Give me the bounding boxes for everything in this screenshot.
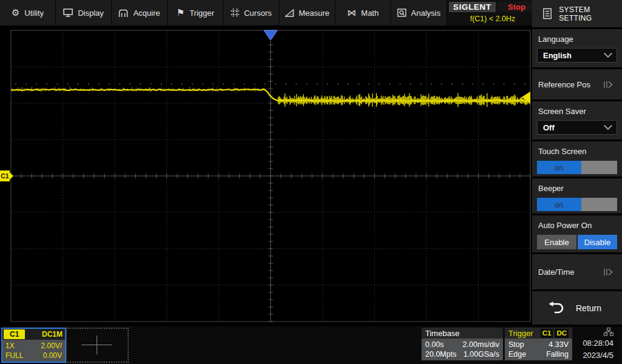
- trigger-status: Stop: [508, 340, 524, 349]
- trigger-title: Trigger: [508, 329, 533, 338]
- screen-saver-value: Off: [543, 123, 555, 132]
- channel-coupling: DC1M: [42, 330, 63, 339]
- math-icon: ⋈: [347, 8, 357, 18]
- trigger-source: C1: [541, 329, 553, 338]
- trigger-descriptor[interactable]: Trigger C1 DC Stop 4.33V Edge Falling: [505, 328, 572, 360]
- menu-items: ⚙UtilityDisplayAcquire⚑TriggerCursorsMea…: [0, 0, 447, 25]
- expand-right-icon: [603, 268, 613, 276]
- reference-pos-panel[interactable]: Reference Pos: [532, 69, 622, 99]
- menu-item-label: Display: [78, 8, 104, 18]
- trigger-level: 4.33V: [549, 340, 569, 349]
- screen-saver-dropdown[interactable]: Off: [537, 120, 617, 135]
- system-setting-sidebar: SYSTEM SETTING Language English Referenc…: [532, 0, 622, 326]
- touch-screen-panel: Touch Screen on: [532, 141, 622, 177]
- reference-pos-label: Reference Pos: [538, 80, 590, 89]
- waveform-plot[interactable]: C1: [0, 25, 531, 326]
- sidebar-title: SYSTEM SETTING: [559, 5, 622, 22]
- timebase-sample-rate: 1.00GSa/s: [463, 350, 499, 359]
- enable-button[interactable]: Enable: [537, 235, 576, 249]
- channel-c1-level-marker[interactable]: C1: [0, 170, 13, 181]
- toggle-on-segment[interactable]: on: [537, 198, 581, 211]
- toggle-off-segment[interactable]: [581, 161, 617, 174]
- touch-screen-label: Touch Screen: [538, 147, 587, 156]
- screen-saver-panel: Screen Saver Off: [532, 101, 622, 140]
- auto-power-on-label: Auto Power On: [538, 221, 592, 230]
- trigger-frequency-readout: f(C1) < 2.0Hz: [447, 13, 538, 24]
- date-time-panel[interactable]: Date/Time: [532, 254, 622, 289]
- return-arrow-icon: [548, 302, 564, 315]
- brand-status-area: SIGLENT Stop f(C1) < 2.0Hz: [447, 0, 538, 25]
- menu-item-math[interactable]: ⋈Math: [335, 0, 391, 25]
- acquire-icon: [118, 9, 128, 17]
- channel-c1-descriptor[interactable]: C1 DC1M 1X 2.00V/ FULL 0.00V: [1, 328, 66, 363]
- disable-button[interactable]: Disable: [578, 235, 617, 249]
- top-menu-bar: ⚙UtilityDisplayAcquire⚑TriggerCursorsMea…: [0, 0, 622, 25]
- language-value: English: [543, 51, 572, 60]
- menu-item-label: Acquire: [133, 8, 160, 18]
- beeper-panel: Beeper on: [532, 178, 622, 214]
- analysis-icon: [397, 8, 406, 17]
- channel-offset: 0.00V: [43, 351, 62, 360]
- svg-text:C1: C1: [1, 172, 9, 180]
- menu-item-label: Cursors: [244, 8, 272, 18]
- run-state-badge[interactable]: Stop: [497, 2, 536, 12]
- return-label: Return: [576, 303, 601, 313]
- form-list-icon: [543, 8, 552, 19]
- expand-right-icon: [603, 81, 613, 89]
- add-channel-slot[interactable]: [66, 328, 129, 363]
- graticule: [11, 30, 530, 322]
- waveform-display-area[interactable]: C1: [0, 25, 531, 326]
- menu-item-acquire[interactable]: Acquire: [112, 0, 168, 25]
- menu-item-label: Analysis: [411, 8, 440, 18]
- menu-item-label: Measure: [299, 8, 330, 18]
- trigger-type: Edge: [508, 350, 526, 359]
- toggle-off-segment[interactable]: [581, 198, 617, 211]
- menu-item-cursors[interactable]: Cursors: [224, 0, 279, 25]
- clock-time: 08:28:04: [583, 338, 613, 348]
- chevron-down-icon: [604, 49, 612, 58]
- return-button[interactable]: Return: [532, 291, 622, 325]
- channel-scale: 2.00V/: [41, 342, 62, 350]
- clock-date: 2023/4/5: [583, 350, 613, 360]
- menu-item-label: Trigger: [190, 8, 214, 18]
- clock-area: 08:28:04 2023/4/5: [571, 328, 613, 360]
- flag-icon: ⚑: [176, 8, 184, 18]
- trigger-coupling: DC: [555, 329, 569, 338]
- oscilloscope-screen: { "menu_bar": { "items": [ {"id":"utilit…: [0, 0, 622, 364]
- status-bar: C1 DC1M 1X 2.00V/ FULL 0.00V Timebase 0.…: [0, 326, 622, 364]
- timebase-delay: 0.00s: [425, 340, 444, 349]
- touch-screen-toggle[interactable]: on: [537, 161, 617, 174]
- channel-bandwidth: FULL: [5, 351, 23, 360]
- beeper-toggle[interactable]: on: [537, 198, 617, 211]
- timebase-scale: 2.00ms/div: [463, 340, 499, 349]
- menu-item-utility[interactable]: ⚙Utility: [0, 0, 56, 25]
- language-label: Language: [538, 35, 573, 44]
- menu-item-display[interactable]: Display: [56, 0, 112, 25]
- network-icon[interactable]: [604, 328, 613, 336]
- beeper-label: Beeper: [538, 184, 564, 193]
- cursors-icon: [231, 8, 239, 17]
- menu-item-label: Utility: [24, 8, 44, 18]
- auto-power-on-panel: Auto Power On Enable Disable: [532, 215, 622, 252]
- toggle-on-segment[interactable]: on: [537, 161, 581, 174]
- channel-probe: 1X: [5, 342, 15, 350]
- timebase-memory: 20.0Mpts: [425, 350, 456, 359]
- timebase-descriptor[interactable]: Timebase 0.00s 2.00ms/div 20.0Mpts 1.00G…: [422, 328, 503, 360]
- trigger-position-marker[interactable]: [264, 30, 278, 40]
- sidebar-header: SYSTEM SETTING: [532, 0, 622, 27]
- language-dropdown[interactable]: English: [537, 48, 617, 62]
- timebase-title: Timebase: [425, 329, 460, 338]
- menu-item-label: Math: [361, 8, 379, 18]
- trigger-slope: Falling: [546, 350, 569, 359]
- menu-item-trigger[interactable]: ⚑Trigger: [168, 0, 224, 25]
- date-time-label: Date/Time: [538, 268, 574, 277]
- measure-icon: [285, 9, 294, 17]
- screen-saver-label: Screen Saver: [538, 107, 586, 116]
- gear-icon: ⚙: [12, 8, 19, 18]
- chevron-down-icon: [604, 121, 612, 130]
- menu-item-analysis[interactable]: Analysis: [391, 0, 447, 25]
- menu-item-measure[interactable]: Measure: [279, 0, 335, 25]
- channel-c1-chip[interactable]: C1: [4, 329, 25, 339]
- plus-icon: [97, 335, 97, 354]
- siglent-logo: SIGLENT: [449, 2, 496, 12]
